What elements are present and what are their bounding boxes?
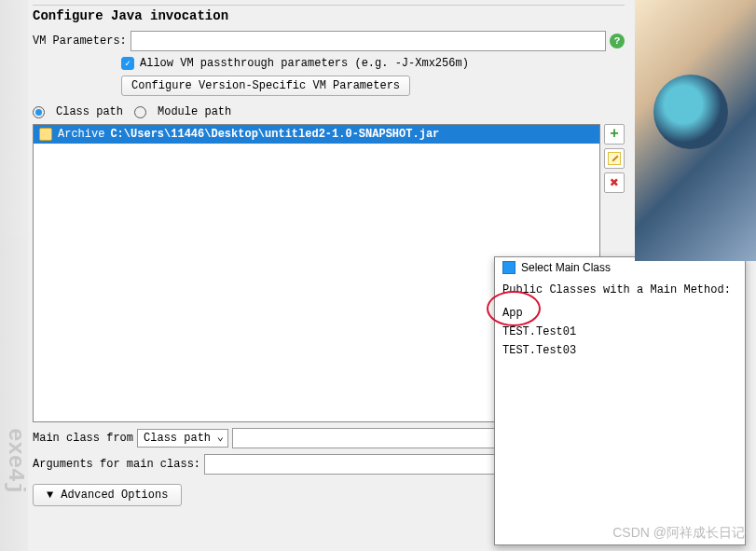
cross-icon: ✖	[610, 173, 619, 192]
plus-icon: +	[610, 126, 619, 143]
list-item[interactable]: TEST.Test03	[502, 341, 737, 360]
main-class-from-label: Main class from	[33, 432, 133, 445]
section-title: Configure Java invocation	[33, 5, 625, 26]
csdn-watermark: CSDN @阿祥成长日记	[612, 525, 745, 542]
archive-label: Archive	[58, 128, 104, 141]
popup-subtitle: Public Classes with a Main Method:	[495, 278, 745, 302]
allow-passthrough-checkbox[interactable]: ✓	[121, 57, 134, 70]
edit-icon	[608, 152, 621, 165]
vm-parameters-input[interactable]	[131, 31, 606, 51]
configure-version-button[interactable]: Configure Version-Specific VM Parameters	[121, 76, 410, 96]
archive-icon	[39, 128, 52, 141]
list-item[interactable]: TEST.Test01	[502, 323, 737, 341]
allow-passthrough-label: Allow VM passthrough parameters (e.g. -J…	[140, 57, 469, 70]
archive-path: C:\Users\11446\Desktop\untitled2-1.0-SNA…	[110, 128, 439, 141]
help-icon[interactable]: ?	[610, 34, 625, 48]
avatar-image	[635, 0, 756, 261]
modulepath-radio-label: Module path	[158, 105, 231, 118]
advanced-options-button[interactable]: ▼ Advanced Options	[33, 484, 182, 506]
classpath-radio-label: Class path	[56, 105, 123, 118]
popup-icon	[502, 261, 515, 274]
popup-title: Select Main Class	[521, 261, 611, 274]
select-main-class-popup: Select Main Class Public Classes with a …	[494, 256, 746, 545]
main-class-from-select[interactable]: Class path	[137, 429, 228, 448]
left-brand-sidebar: exe4j	[0, 0, 28, 551]
arguments-label: Arguments for main class:	[33, 458, 200, 471]
chevron-down-icon: ▼	[47, 489, 53, 502]
add-button[interactable]: +	[604, 124, 625, 145]
vm-parameters-label: VM Parameters:	[33, 34, 127, 48]
advanced-options-label: Advanced Options	[61, 489, 168, 502]
remove-button[interactable]: ✖	[604, 172, 625, 193]
popup-class-list: App TEST.Test01 TEST.Test03	[495, 302, 745, 362]
classpath-radio[interactable]	[33, 106, 45, 118]
list-item[interactable]: App	[502, 304, 737, 323]
modulepath-radio[interactable]	[134, 106, 146, 118]
list-item[interactable]: Archive C:\Users\11446\Desktop\untitled2…	[34, 125, 599, 144]
edit-button[interactable]	[604, 148, 625, 169]
